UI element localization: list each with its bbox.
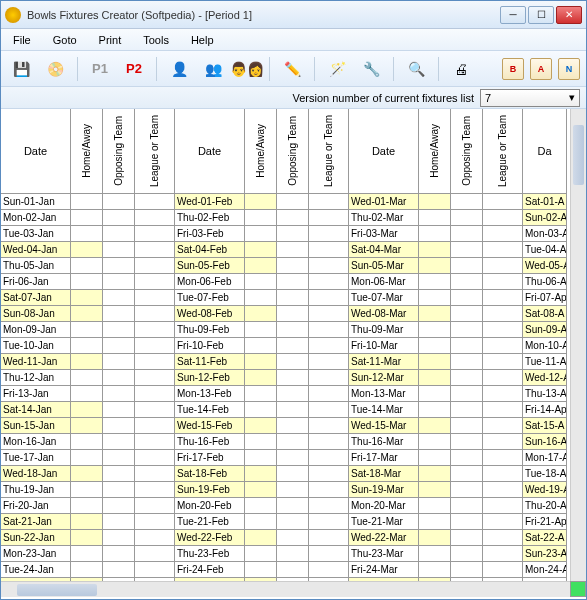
cell-home-away[interactable] [245, 402, 277, 418]
cell-home-away[interactable] [245, 226, 277, 242]
cell-date[interactable]: Fri-13-Jan [1, 386, 71, 402]
cell-home-away[interactable] [419, 322, 451, 338]
save-icon[interactable]: 💾 [7, 55, 35, 83]
resize-corner[interactable] [570, 581, 586, 597]
cell-home-away[interactable] [419, 306, 451, 322]
vertical-scrollbar[interactable] [570, 109, 586, 581]
cell-league[interactable] [483, 322, 523, 338]
cell-home-away[interactable] [71, 562, 103, 578]
cell-opposing[interactable] [277, 482, 309, 498]
cell-league[interactable] [309, 482, 349, 498]
cell-date[interactable]: Tue-24-Jan [1, 562, 71, 578]
cell-home-away[interactable] [71, 354, 103, 370]
cell-date[interactable]: Mon-17-A [523, 450, 567, 466]
cell-date[interactable]: Sat-08-A [523, 306, 567, 322]
cell-league[interactable] [135, 482, 175, 498]
cell-opposing[interactable] [103, 466, 135, 482]
cell-date[interactable]: Sun-05-Feb [175, 258, 245, 274]
cell-date[interactable]: Mon-13-Feb [175, 386, 245, 402]
cell-league[interactable] [309, 226, 349, 242]
cell-home-away[interactable] [419, 450, 451, 466]
b-button[interactable]: B [502, 58, 524, 80]
maximize-button[interactable]: ☐ [528, 6, 554, 24]
team-icon[interactable]: 👨‍👩 [233, 55, 261, 83]
cell-opposing[interactable] [277, 226, 309, 242]
cell-league[interactable] [309, 210, 349, 226]
cell-date[interactable]: Wed-08-Feb [175, 306, 245, 322]
menu-file[interactable]: File [9, 32, 35, 48]
cell-home-away[interactable] [245, 498, 277, 514]
cell-opposing[interactable] [277, 322, 309, 338]
cell-date[interactable]: Wed-01-Mar [349, 194, 419, 210]
cell-league[interactable] [483, 290, 523, 306]
cell-league[interactable] [135, 306, 175, 322]
menu-help[interactable]: Help [187, 32, 218, 48]
cell-date[interactable]: Fri-03-Feb [175, 226, 245, 242]
cell-opposing[interactable] [451, 290, 483, 306]
cell-opposing[interactable] [103, 386, 135, 402]
cell-home-away[interactable] [245, 450, 277, 466]
cell-league[interactable] [483, 386, 523, 402]
cell-date[interactable]: Fri-10-Feb [175, 338, 245, 354]
cell-opposing[interactable] [277, 242, 309, 258]
cell-league[interactable] [483, 274, 523, 290]
cell-date[interactable]: Thu-13-A [523, 386, 567, 402]
cell-opposing[interactable] [103, 306, 135, 322]
cell-date[interactable]: Sat-04-Mar [349, 242, 419, 258]
cell-league[interactable] [135, 450, 175, 466]
user-icon[interactable]: 👤 [165, 55, 193, 83]
cell-date[interactable]: Wed-19-A [523, 482, 567, 498]
cell-opposing[interactable] [277, 386, 309, 402]
cell-home-away[interactable] [245, 466, 277, 482]
cell-date[interactable]: Tue-21-Feb [175, 514, 245, 530]
cell-league[interactable] [309, 258, 349, 274]
cell-opposing[interactable] [451, 338, 483, 354]
cell-date[interactable]: Mon-24-A [523, 562, 567, 578]
cell-home-away[interactable] [71, 514, 103, 530]
cell-home-away[interactable] [419, 194, 451, 210]
version-select[interactable]: 7 [480, 89, 580, 107]
cell-opposing[interactable] [451, 322, 483, 338]
cell-date[interactable]: Thu-19-Jan [1, 482, 71, 498]
cell-date[interactable]: Thu-23-Feb [175, 546, 245, 562]
cell-date[interactable]: Thu-16-Mar [349, 434, 419, 450]
cell-opposing[interactable] [277, 466, 309, 482]
cell-league[interactable] [309, 418, 349, 434]
cell-league[interactable] [309, 514, 349, 530]
cell-home-away[interactable] [71, 274, 103, 290]
cell-league[interactable] [483, 210, 523, 226]
edit-icon[interactable]: ✏️ [278, 55, 306, 83]
cell-league[interactable] [135, 418, 175, 434]
cell-home-away[interactable] [71, 418, 103, 434]
cell-date[interactable]: Wed-08-Mar [349, 306, 419, 322]
cell-date[interactable]: Mon-20-Feb [175, 498, 245, 514]
cell-league[interactable] [483, 530, 523, 546]
cell-opposing[interactable] [277, 498, 309, 514]
cell-date[interactable]: Sat-18-Feb [175, 466, 245, 482]
wand-icon[interactable]: 🪄 [323, 55, 351, 83]
cell-home-away[interactable] [419, 482, 451, 498]
cell-home-away[interactable] [71, 306, 103, 322]
cell-opposing[interactable] [277, 530, 309, 546]
cell-opposing[interactable] [451, 450, 483, 466]
cell-opposing[interactable] [103, 338, 135, 354]
cell-date[interactable]: Sat-15-A [523, 418, 567, 434]
cell-league[interactable] [309, 402, 349, 418]
cell-opposing[interactable] [277, 306, 309, 322]
cell-date[interactable]: Sat-01-A [523, 194, 567, 210]
cell-date[interactable]: Sat-07-Jan [1, 290, 71, 306]
a-button[interactable]: A [530, 58, 552, 80]
cell-date[interactable]: Mon-16-Jan [1, 434, 71, 450]
cell-home-away[interactable] [71, 210, 103, 226]
cell-date[interactable]: Fri-24-Feb [175, 562, 245, 578]
cell-opposing[interactable] [103, 258, 135, 274]
cell-date[interactable]: Tue-11-A [523, 354, 567, 370]
cell-date[interactable]: Thu-09-Mar [349, 322, 419, 338]
cell-date[interactable]: Wed-11-Jan [1, 354, 71, 370]
cell-date[interactable]: Mon-03-A [523, 226, 567, 242]
cell-league[interactable] [309, 498, 349, 514]
cell-league[interactable] [483, 546, 523, 562]
cell-date[interactable]: Tue-17-Jan [1, 450, 71, 466]
cell-opposing[interactable] [451, 194, 483, 210]
cell-opposing[interactable] [451, 498, 483, 514]
